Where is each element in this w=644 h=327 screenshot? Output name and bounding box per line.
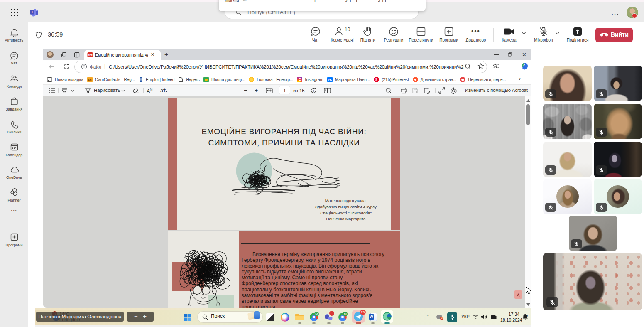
svg-text:T: T — [31, 10, 34, 14]
svg-text:z: z — [526, 315, 528, 317]
svg-text:2: 2 — [313, 90, 314, 92]
svg-text:PDF: PDF — [88, 54, 93, 57]
svg-text:10: 10 — [345, 27, 350, 32]
